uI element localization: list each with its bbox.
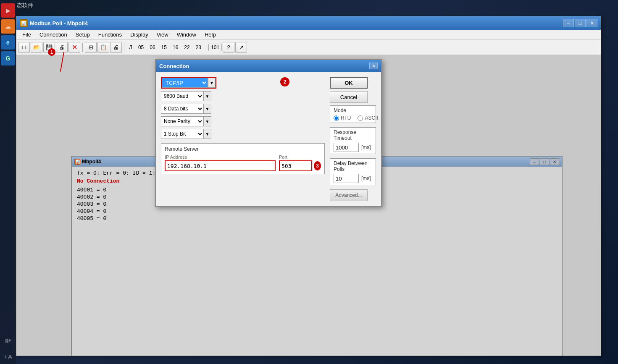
ip-input[interactable]: [165, 160, 276, 171]
toolbar-open[interactable]: 📂: [31, 42, 42, 53]
parity-arrow[interactable]: ▼: [204, 116, 211, 126]
app-window: 📊 Modbus Poll - Mbpoll4 – □ ✕ File Conne…: [16, 16, 601, 356]
toolbar-separator-1: [82, 43, 83, 52]
baud-arrow[interactable]: ▼: [204, 91, 211, 101]
connection-type-wrapper: TCP/IP Serial Port ▼: [161, 77, 216, 89]
menu-window[interactable]: Window: [173, 31, 200, 39]
sidebar-icon-jp[interactable]: 捷P: [1, 334, 15, 348]
port-badge-wrapper: 3: [279, 160, 321, 171]
toolbar-label-101[interactable]: 101: [208, 44, 222, 51]
rtu-radio[interactable]: [334, 115, 339, 121]
close-button[interactable]: ✕: [586, 19, 597, 27]
annotation-2: 2: [280, 77, 289, 86]
response-timeout-row: [ms]: [334, 143, 372, 152]
toolbar-new[interactable]: □: [18, 42, 30, 53]
title-bar: 📊 Modbus Poll - Mbpoll4 – □ ✕: [16, 16, 601, 30]
toolbar-cursor[interactable]: ↗: [235, 42, 247, 53]
connection-type-select[interactable]: TCP/IP Serial Port: [162, 78, 208, 88]
sidebar-icon-red[interactable]: ▶: [1, 3, 15, 18]
connection-dropdown-arrow[interactable]: ▼: [208, 78, 216, 88]
app-title: Modbus Poll - Mbpoll4: [30, 20, 563, 26]
delay-polls-unit: [ms]: [361, 175, 371, 181]
stop-bits-select[interactable]: 1 Stop Bit 2 Stop Bits: [161, 129, 204, 139]
ip-group: IP Address: [165, 155, 276, 171]
cancel-button[interactable]: Cancel: [330, 91, 368, 103]
dialog-title: Connection: [159, 63, 369, 69]
sidebar-icon-blue-e[interactable]: e: [1, 35, 15, 50]
parity-dropdown: None Parity Even Parity Odd Parity ▼: [161, 116, 211, 126]
menu-setup[interactable]: Setup: [71, 31, 94, 39]
delay-polls-input[interactable]: [334, 174, 359, 183]
ascii-radio-label[interactable]: ASCII: [358, 115, 378, 121]
rtu-radio-label[interactable]: RTU: [334, 115, 351, 121]
menu-functions[interactable]: Functions: [94, 31, 126, 39]
toolbar-label-22[interactable]: 22: [181, 44, 192, 51]
toolbar-label-15[interactable]: 15: [159, 44, 169, 51]
ascii-radio[interactable]: [358, 115, 363, 121]
baud-rate-select[interactable]: 9600 Baud 19200 Baud 38400 Baud: [161, 91, 204, 101]
ip-label: IP Address: [165, 155, 276, 160]
dialog-close-button[interactable]: ✕: [369, 63, 378, 69]
toolbar-separator-2: [124, 43, 124, 52]
data-bits-arrow[interactable]: ▼: [204, 104, 211, 114]
rtu-label: RTU: [341, 115, 351, 121]
dialog-right-column: OK Cancel Mode RTU: [330, 77, 376, 201]
dialog-overlay: Connection ✕ TCP/IP S: [16, 55, 601, 356]
response-timeout-label: Response Timeout: [334, 129, 372, 141]
toolbar-print[interactable]: 🖨: [56, 42, 68, 53]
ip-port-row: IP Address Port 3: [165, 155, 321, 171]
dialog-title-bar: Connection ✕: [156, 60, 381, 72]
menu-display[interactable]: Display: [126, 31, 153, 39]
menu-help[interactable]: Help: [200, 31, 220, 39]
connection-type-row: TCP/IP Serial Port ▼ 2: [161, 77, 325, 89]
minimize-button[interactable]: –: [563, 19, 574, 27]
data-bits-select[interactable]: 8 Data bits 7 Data bits: [161, 104, 204, 114]
ok-button[interactable]: OK: [330, 77, 368, 89]
response-timeout-input[interactable]: [334, 143, 359, 152]
toolbar-label-16[interactable]: 16: [170, 44, 181, 51]
toolbar-grid[interactable]: ⊞: [85, 42, 97, 53]
port-input[interactable]: [279, 160, 312, 171]
remote-server-label: Remote Server: [165, 146, 321, 152]
maximize-button[interactable]: □: [575, 19, 586, 27]
menu-bar: File Connection Setup Functions Display …: [16, 30, 601, 40]
toolbar-label-lambda[interactable]: Л: [126, 44, 135, 51]
toolbar: □ 📂 💾 1 🖨 ✕ ⊞ 📋 🖨 Л 05 06 15 16 22 23 10…: [16, 40, 601, 55]
port-group: Port 3: [279, 155, 321, 171]
sidebar-icon-tools[interactable]: 工具: [1, 350, 15, 364]
stop-bits-arrow[interactable]: ▼: [204, 129, 211, 139]
cn-label: 态软件: [17, 2, 33, 9]
title-bar-controls: – □ ✕: [563, 19, 597, 27]
data-bits-dropdown: 8 Data bits 7 Data bits ▼: [161, 104, 211, 114]
parity-select[interactable]: None Parity Even Parity Odd Parity: [161, 116, 204, 126]
toolbar-cancel[interactable]: ✕: [68, 42, 80, 53]
connection-dialog: Connection ✕ TCP/IP S: [155, 59, 382, 207]
response-timeout-unit: [ms]: [361, 144, 371, 150]
toolbar-save[interactable]: 💾 1: [43, 42, 55, 53]
menu-file[interactable]: File: [18, 31, 35, 39]
baud-rate-dropdown: 9600 Baud 19200 Baud 38400 Baud ▼: [161, 91, 211, 101]
menu-connection[interactable]: Connection: [35, 31, 71, 39]
toolbar-label-06[interactable]: 06: [147, 44, 158, 51]
stop-bits-dropdown: 1 Stop Bit 2 Stop Bits ▼: [161, 129, 211, 139]
toolbar-separator-3: [206, 43, 206, 52]
advanced-button[interactable]: Advanced...: [330, 189, 368, 201]
toolbar-clipboard[interactable]: 📋: [97, 42, 109, 53]
desktop: 态软件 ▶ ☁ e G 捷P 工具 📊 Modbus Poll - Mbpoll…: [0, 0, 618, 364]
toolbar-label-23[interactable]: 23: [193, 44, 204, 51]
toolbar-print2[interactable]: 🖨: [110, 42, 122, 53]
dialog-body: TCP/IP Serial Port ▼ 2 9600 B: [156, 72, 381, 206]
content-area: 📊 Mbpoll4 – □ ✕ Tx = 0: Err = 0: ID = 1:…: [16, 55, 601, 356]
ascii-label: ASCII: [365, 115, 378, 121]
menu-view[interactable]: View: [153, 31, 173, 39]
app-icon: 📊: [20, 19, 27, 27]
mode-radio-row: RTU ASCII: [334, 115, 372, 121]
port-label: Port: [279, 155, 321, 160]
remote-server-group: Remote Server IP Address Port: [161, 143, 325, 174]
delay-polls-group: Delay Between Polls [ms]: [330, 158, 376, 185]
toolbar-help[interactable]: ?: [223, 42, 234, 53]
sidebar-icon-orange[interactable]: ☁: [1, 19, 15, 34]
sidebar-icon-blue-g[interactable]: G: [1, 51, 15, 65]
dialog-left-column: TCP/IP Serial Port ▼ 2 9600 B: [161, 77, 325, 201]
toolbar-label-05[interactable]: 05: [136, 44, 146, 51]
